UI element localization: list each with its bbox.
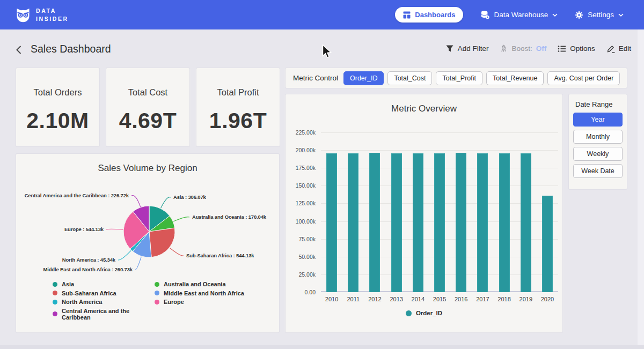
pie-slice-label: North America : 45.34k — [62, 257, 116, 263]
nav-settings[interactable]: Settings — [575, 11, 624, 19]
y-tick-label: 100.00k — [288, 218, 316, 225]
bar-2018[interactable] — [499, 153, 510, 292]
pie-label-line — [106, 229, 123, 229]
brand[interactable]: DATA INSIDER — [15, 7, 69, 23]
y-tick-label: 0.00 — [288, 289, 316, 295]
date-range-week-date[interactable]: Week Date — [573, 164, 623, 178]
legend-item-asia[interactable]: Asia — [53, 281, 155, 287]
legend-dot — [53, 291, 57, 295]
edit-button[interactable]: Edit — [606, 44, 631, 53]
kpi-label: Total Orders — [16, 87, 99, 98]
metric-control-strip: Metric Control Order_IDTotal_CostTotal_P… — [286, 68, 627, 88]
date-range-label: Date Range — [573, 100, 623, 108]
bar-2014[interactable] — [413, 153, 423, 292]
metric-options: Order_IDTotal_CostTotal_ProfitTotal_Reve… — [343, 71, 620, 85]
kpi-value: 1.96T — [196, 108, 280, 133]
legend-item-central-america-and-the-caribbean[interactable]: Central America and the Caribbean — [53, 308, 155, 321]
legend-item-sub-saharan-africa[interactable]: Sub-Saharan Africa — [53, 290, 155, 296]
gear-icon — [575, 11, 583, 19]
list-options-icon — [558, 45, 566, 53]
legend-dot — [155, 291, 159, 295]
legend-label: Central America and the Caribbean — [62, 308, 155, 321]
bar-2010[interactable] — [326, 153, 337, 292]
back-button[interactable] — [15, 45, 22, 57]
bar-2011[interactable] — [348, 153, 358, 292]
bar-slot — [386, 132, 407, 292]
pie-slice-sub-saharan-africa[interactable] — [149, 228, 175, 257]
pie-slice-label: Australia and Oceania : 170.04k — [192, 214, 267, 220]
nav-data-warehouse-label: Data Warehouse — [494, 11, 548, 19]
x-tick-label: 2014 — [407, 296, 429, 302]
legend-label: Europe — [164, 299, 184, 305]
mouse-cursor — [321, 44, 333, 61]
date-range-monthly[interactable]: Monthly — [573, 130, 623, 144]
legend-dot — [53, 300, 57, 305]
metric-option-total-profit[interactable]: Total_Profit — [436, 71, 482, 85]
pie-label-line — [131, 196, 141, 207]
metric-option-total-revenue[interactable]: Total_Revenue — [486, 71, 544, 85]
bar-plot-area — [321, 132, 558, 292]
nav-dashboards-button[interactable]: Dashboards — [395, 7, 463, 23]
legend-item-australia-and-oceania[interactable]: Australia and Oceania — [155, 281, 279, 287]
scrollbar-track[interactable] — [638, 29, 644, 349]
pie-slice-label: Central America and the Caribbean : 226.… — [25, 192, 129, 198]
bar-legend-label: Order_ID — [416, 310, 442, 316]
bar-2016[interactable] — [456, 153, 466, 292]
kpi-value: 2.10M — [16, 108, 99, 133]
date-range-card: Date Range YearMonthlyWeeklyWeek Date — [569, 94, 627, 189]
navbar-menu: Dashboards Data Warehouse — [395, 7, 624, 23]
y-tick-label: 125.00k — [288, 200, 316, 206]
y-tick-label: 200.00k — [288, 147, 316, 153]
x-tick-label: 2011 — [342, 296, 364, 302]
bar-2013[interactable] — [391, 153, 402, 292]
metric-option-total-cost[interactable]: Total_Cost — [387, 71, 432, 85]
legend-item-north-america[interactable]: North America — [53, 299, 155, 305]
pie-chart-title: Sales Volume by Region — [16, 163, 279, 174]
y-tick-label: 25.00k — [288, 271, 316, 278]
legend-dot — [53, 282, 57, 287]
legend-label: Sub-Saharan Africa — [62, 290, 116, 296]
bar-slot — [364, 132, 385, 292]
date-range-options: YearMonthlyWeeklyWeek Date — [573, 113, 623, 178]
bar-slot — [450, 132, 472, 292]
legend-item-middle-east-and-north-africa[interactable]: Middle East and North Africa — [155, 290, 279, 296]
pie-slice-label: Europe : 544.13k — [64, 226, 104, 232]
bar-2019[interactable] — [521, 153, 531, 292]
owl-logo-icon — [15, 7, 31, 23]
legend-item-europe[interactable]: Europe — [155, 299, 279, 305]
kpi-label: Total Cost — [106, 87, 189, 98]
bar-2020[interactable] — [542, 196, 553, 292]
bar-2012[interactable] — [369, 153, 380, 292]
nav-data-warehouse[interactable]: Data Warehouse — [480, 10, 558, 19]
bar-slot — [472, 132, 493, 292]
metric-control-label: Metric Control — [293, 74, 339, 82]
database-icon — [480, 10, 489, 19]
y-tick-label: 150.00k — [288, 182, 316, 189]
bar-slot — [494, 132, 515, 292]
bar-slot — [321, 132, 342, 292]
options-button[interactable]: Options — [558, 44, 595, 53]
bar-legend[interactable]: Order_ID — [286, 310, 562, 316]
boost-toggle[interactable]: Boost: Off — [500, 44, 546, 53]
boost-value: Off — [536, 44, 547, 53]
legend-dot — [155, 300, 159, 305]
date-range-weekly[interactable]: Weekly — [573, 147, 623, 161]
x-tick-label: 2010 — [321, 296, 342, 302]
pie-chart: Asia : 306.07kAustralia and Oceania : 17… — [16, 177, 279, 279]
add-filter-button[interactable]: Add Filter — [445, 44, 489, 53]
metric-option-avg-cost-per-order[interactable]: Avg. Cost per Order — [547, 71, 620, 85]
bar-2015[interactable] — [434, 153, 445, 292]
x-axis: 2010201120122013201420152016201720182019… — [321, 296, 558, 302]
metric-option-order-id[interactable]: Order_ID — [343, 71, 384, 85]
bar-chart-title: Metric Overview — [286, 103, 562, 114]
pie-slice-label: Asia : 306.07k — [173, 194, 207, 200]
y-tick-label: 50.00k — [288, 254, 316, 260]
bar-series — [321, 132, 558, 292]
bar-2017[interactable] — [477, 153, 488, 292]
pie-legend: AsiaAustralia and OceaniaSub-Saharan Afr… — [16, 281, 279, 321]
pie-label-line — [161, 197, 171, 208]
date-range-year[interactable]: Year — [573, 113, 623, 127]
legend-label: North America — [62, 299, 102, 305]
bar-legend-dot — [406, 310, 412, 316]
pie-label-line — [135, 257, 141, 270]
